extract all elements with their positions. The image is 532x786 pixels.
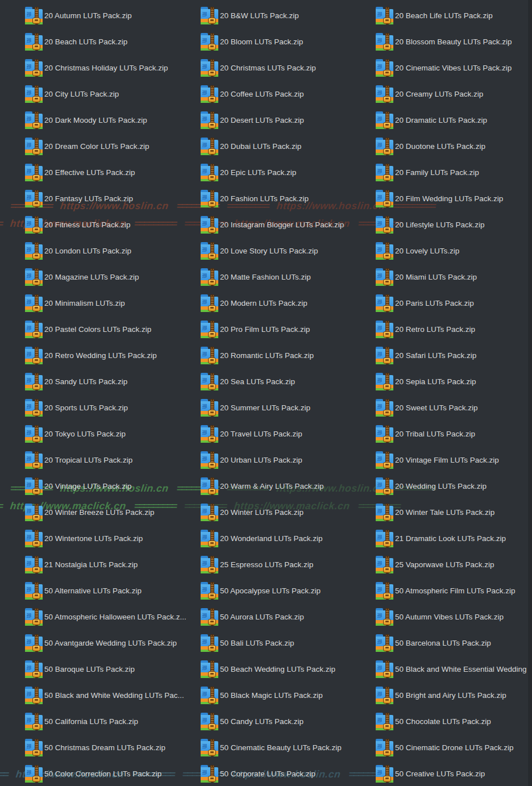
file-item[interactable]: 360 ZIP 20 Retro Wedding LUTs Pack.zip	[25, 347, 201, 373]
file-item[interactable]: 360 ZIP 25 Espresso LUTs Pack.zip	[201, 556, 376, 582]
file-item[interactable]: 360 ZIP 20 Instagram Blogger LUTs Pack.z…	[201, 216, 376, 242]
file-item[interactable]: 360 ZIP 50 Autumn Vibes LUTs Pack.zip	[376, 608, 532, 634]
zip-archive-icon: 360 ZIP	[25, 687, 43, 704]
file-item[interactable]: 360 ZIP 50 Atmospheric Halloween LUTs Pa…	[25, 608, 201, 634]
file-item[interactable]: 360 ZIP 20 Cinematic Vibes LUTs Pack.zip	[376, 59, 532, 85]
file-item[interactable]: 360 ZIP 20 Sea LUTs Pack.zip	[201, 373, 376, 399]
file-item[interactable]: 360 ZIP 20 Christmas LUTs Pack.zip	[201, 59, 376, 85]
file-item[interactable]: 360 ZIP 20 Tokyo LUTs Pack.zip	[25, 425, 201, 451]
file-item[interactable]: 360 ZIP 50 Cinematic Beauty LUTs Pack.zi…	[201, 739, 376, 765]
file-item[interactable]: 360 ZIP 50 Corporate LUTs Pack.zip	[201, 765, 376, 786]
file-item[interactable]: 360 ZIP 50 Beach Wedding LUTs Pack.zip	[201, 660, 376, 687]
file-item[interactable]: 360 ZIP 20 Dramatic LUTs Pack.zip	[376, 111, 532, 138]
file-item[interactable]: 360 ZIP 20 Film Wedding LUTs Pack.zip	[376, 190, 532, 216]
file-item[interactable]: 360 ZIP 20 Fantasy LUTs Pack.zip	[25, 190, 201, 216]
file-item[interactable]: 360 ZIP 20 Romantic LUTs Pack.zip	[201, 347, 376, 373]
file-item[interactable]: 360 ZIP 20 Pastel Colors LUTs Pack.zip	[25, 321, 201, 347]
file-item[interactable]: 360 ZIP 20 B&W LUTs Pack.zip	[201, 7, 376, 33]
zip-icon-label: 360 ZIP	[377, 300, 382, 305]
file-item[interactable]: 360 ZIP 20 Sports LUTs Pack.zip	[25, 399, 201, 425]
file-item[interactable]: 360 ZIP 20 Fashion LUTs Pack.zip	[201, 190, 376, 216]
file-item[interactable]: 360 ZIP 20 Tropical LUTs Pack.zip	[25, 451, 201, 477]
file-item[interactable]: 360 ZIP 20 Fitness LUTs Pack.zip	[25, 216, 201, 242]
file-item[interactable]: 360 ZIP 20 Sweet LUTs Pack.zip	[376, 399, 532, 425]
file-item[interactable]: 360 ZIP 20 Desert LUTs Pack.zip	[201, 111, 376, 138]
file-item[interactable]: 360 ZIP 50 Baroque LUTs Pack.zip	[25, 660, 201, 687]
file-item[interactable]: 360 ZIP 20 Dark Moody LUTs Pack.zip	[25, 111, 201, 138]
file-item[interactable]: 360 ZIP 50 Aurora LUTs Pack.zip	[201, 608, 376, 634]
file-item[interactable]: 360 ZIP 50 Chocolate LUTs Pack.zip	[376, 713, 532, 739]
file-item[interactable]: 360 ZIP 50 California LUTs Pack.zip	[25, 713, 201, 739]
file-item[interactable]: 360 ZIP 50 Black and White Essential Wed…	[376, 660, 532, 687]
file-item[interactable]: 360 ZIP 21 Nostalgia LUTs Pack.zip	[25, 556, 201, 582]
file-item[interactable]: 360 ZIP 50 Bali LUTs Pack.zip	[201, 634, 376, 660]
scrollbar-track[interactable]	[528, 0, 532, 786]
file-item[interactable]: 360 ZIP 20 Sandy LUTs Pack.zip	[25, 373, 201, 399]
file-item[interactable]: 360 ZIP 20 Coffee LUTs Pack.zip	[201, 85, 376, 111]
file-item[interactable]: 360 ZIP 20 Urban LUTs Pack.zip	[201, 451, 376, 477]
file-item[interactable]: 360 ZIP 20 Magazine LUTs Pack.zip	[25, 268, 201, 294]
file-item[interactable]: 360 ZIP 20 Autumn LUTs Pack.zip	[25, 7, 201, 33]
file-item[interactable]: 360 ZIP 20 Winter LUTs Pack.zip	[201, 504, 376, 530]
file-item[interactable]: 360 ZIP 50 Creative LUTs Pack.zip	[376, 765, 532, 786]
file-item[interactable]: 360 ZIP 20 Dream Color LUTs Pack.zip	[25, 138, 201, 164]
file-item[interactable]: 360 ZIP 20 Warm & Airy LUTs Pack.zip	[201, 477, 376, 504]
file-item[interactable]: 360 ZIP 21 Dramatic Look LUTs Pack.zip	[376, 530, 532, 556]
file-item[interactable]: 360 ZIP 50 Atmospheric Film LUTs Pack.zi…	[376, 582, 532, 608]
file-item[interactable]: 360 ZIP 20 Safari LUTs Pack.zip	[376, 347, 532, 373]
file-item[interactable]: 360 ZIP 20 London LUTs Pack.zip	[25, 242, 201, 268]
zip-icon-label: 360 ZIP	[377, 535, 382, 540]
file-item[interactable]: 360 ZIP 20 Winter Tale LUTs Pack.zip	[376, 504, 532, 530]
zip-archive-icon: 360 ZIP	[201, 739, 218, 756]
file-item[interactable]: 360 ZIP 20 Wintertone LUTs Pack.zip	[25, 530, 201, 556]
file-item[interactable]: 360 ZIP 20 Beach Life LUTs Pack.zip	[376, 7, 532, 33]
file-item[interactable]: 360 ZIP 20 Pro Film LUTs Pack.zip	[201, 321, 376, 347]
file-item[interactable]: 360 ZIP 20 Retro LUTs Pack.zip	[376, 321, 532, 347]
file-item[interactable]: 360 ZIP 20 Miami LUTs Pack.zip	[376, 268, 532, 294]
file-item[interactable]: 360 ZIP 20 Creamy LUTs Pack.zip	[376, 85, 532, 111]
file-item[interactable]: 360 ZIP 50 Color Correction LUTs Pack.zi…	[25, 765, 201, 786]
file-item[interactable]: 360 ZIP 20 Travel LUTs Pack.zip	[201, 425, 376, 451]
file-item[interactable]: 360 ZIP 50 Black Magic LUTs Pack.zip	[201, 687, 376, 713]
file-item[interactable]: 360 ZIP 50 Apocalypse LUTs Pack.zip	[201, 582, 376, 608]
file-item[interactable]: 360 ZIP 20 Summer LUTs Pack.zip	[201, 399, 376, 425]
file-item[interactable]: 360 ZIP 50 Barcelona LUTs Pack.zip	[376, 634, 532, 660]
file-item[interactable]: 360 ZIP 50 Black and White Wedding LUTs …	[25, 687, 201, 713]
file-item[interactable]: 360 ZIP 50 Cinematic Drone LUTs Pack.zip	[376, 739, 532, 765]
file-name: 20 Wedding LUTs Pack.zip	[395, 477, 487, 495]
file-item[interactable]: 360 ZIP 50 Candy LUTs Pack.zip	[201, 713, 376, 739]
file-item[interactable]: 360 ZIP 50 Alternative LUTs Pack.zip	[25, 582, 201, 608]
file-item[interactable]: 360 ZIP 20 Bloom LUTs Pack.zip	[201, 33, 376, 59]
file-item[interactable]: 360 ZIP 20 Wonderland LUTs Pack.zip	[201, 530, 376, 556]
file-item[interactable]: 360 ZIP 50 Christmas Dream LUTs Pack.zip	[25, 739, 201, 765]
file-item[interactable]: 360 ZIP 20 Blossom Beauty LUTs Pack.zip	[376, 33, 532, 59]
file-item[interactable]: 360 ZIP 20 Duotone LUTs Pack.zip	[376, 138, 532, 164]
file-item[interactable]: 360 ZIP 25 Vaporwave LUTs Pack.zip	[376, 556, 532, 582]
file-item[interactable]: 360 ZIP 20 Dubai LUTs Pack.zip	[201, 138, 376, 164]
file-item[interactable]: 360 ZIP 50 Avantgarde Wedding LUTs Pack.…	[25, 634, 201, 660]
file-item[interactable]: 360 ZIP 20 Family LUTs Pack.zip	[376, 164, 532, 190]
file-item[interactable]: 360 ZIP 20 Love Story LUTs Pack.zip	[201, 242, 376, 268]
file-name: 20 Sweet LUTs Pack.zip	[395, 399, 478, 417]
file-item[interactable]: 360 ZIP 20 Effective LUTs Pack.zip	[25, 164, 201, 190]
file-item[interactable]: 360 ZIP 20 Matte Fashion LUTs.zip	[201, 268, 376, 294]
file-item[interactable]: 360 ZIP 20 Lifestyle LUTs Pack.zip	[376, 216, 532, 242]
file-name: 50 Beach Wedding LUTs Pack.zip	[220, 660, 335, 678]
file-item[interactable]: 360 ZIP 50 Bright and Airy LUTs Pack.zip	[376, 687, 532, 713]
file-item[interactable]: 360 ZIP 20 Sepia LUTs Pack.zip	[376, 373, 532, 399]
file-item[interactable]: 360 ZIP 20 Paris LUTs Pack.zip	[376, 294, 532, 321]
file-item[interactable]: 360 ZIP 20 Beach LUTs Pack.zip	[25, 33, 201, 59]
file-item[interactable]: 360 ZIP 20 Lovely LUTs.zip	[376, 242, 532, 268]
zipper-buckle-icon	[208, 331, 216, 338]
file-item[interactable]: 360 ZIP 20 Epic LUTs Pack.zip	[201, 164, 376, 190]
file-item[interactable]: 360 ZIP 20 Vintage Film LUTs Pack.zip	[376, 451, 532, 477]
file-item[interactable]: 360 ZIP 20 Wedding LUTs Pack.zip	[376, 477, 532, 504]
file-item[interactable]: 360 ZIP 20 Modern LUTs Pack.zip	[201, 294, 376, 321]
file-item[interactable]: 360 ZIP 20 Tribal LUTs Pack.zip	[376, 425, 532, 451]
file-item[interactable]: 360 ZIP 20 Winter Breeze LUTs Pack.zip	[25, 504, 201, 530]
file-item[interactable]: 360 ZIP 20 Minimalism LUTs.zip	[25, 294, 201, 321]
file-item[interactable]: 360 ZIP 20 City LUTs Pack.zip	[25, 85, 201, 111]
file-item[interactable]: 360 ZIP 20 Vintage LUTs Pack.zip	[25, 477, 201, 504]
file-item[interactable]: 360 ZIP 20 Christmas Holiday LUTs Pack.z…	[25, 59, 201, 85]
zip-icon-label: 360 ZIP	[202, 65, 207, 69]
